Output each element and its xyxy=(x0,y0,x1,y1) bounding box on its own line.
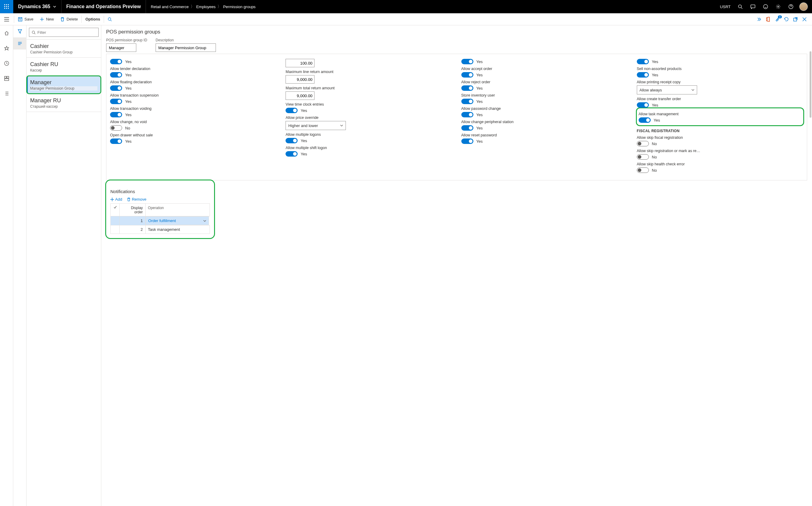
new-button[interactable]: New xyxy=(36,13,57,25)
toggle[interactable] xyxy=(286,108,298,113)
cell-operation: Order fulfillment xyxy=(145,216,209,225)
list-filter xyxy=(29,28,99,37)
action-toolbar: Save New Delete Options 0 xyxy=(0,13,812,25)
plus-icon xyxy=(39,17,44,22)
toggle[interactable] xyxy=(110,99,122,104)
add-button[interactable]: Add xyxy=(110,197,122,201)
filter-tab[interactable] xyxy=(13,25,26,37)
toggle[interactable] xyxy=(110,139,122,144)
remove-button[interactable]: Remove xyxy=(127,197,146,201)
toggle[interactable] xyxy=(637,72,649,78)
help-button[interactable] xyxy=(785,0,797,13)
search-button[interactable] xyxy=(734,0,746,13)
scrollbar[interactable] xyxy=(810,51,811,118)
permission-field: Allow floating declaration Yes xyxy=(110,80,277,91)
app-name[interactable]: Dynamics 365 xyxy=(13,0,62,13)
list-tab[interactable] xyxy=(13,37,26,50)
toggle[interactable] xyxy=(461,85,474,91)
crumb[interactable]: Employees xyxy=(196,5,216,9)
toggle[interactable] xyxy=(639,117,651,123)
favorites-nav[interactable] xyxy=(0,43,13,54)
home-nav[interactable] xyxy=(0,28,13,38)
clock-icon xyxy=(4,61,9,66)
user-avatar[interactable] xyxy=(798,0,810,13)
field-label: Description xyxy=(156,38,216,42)
list-item[interactable]: Cashier RU Кассир xyxy=(26,58,101,76)
toggle[interactable] xyxy=(637,141,649,146)
svg-point-9 xyxy=(738,5,741,8)
save-button[interactable]: Save xyxy=(15,13,36,25)
field-label: Allow accept order xyxy=(461,67,628,71)
toggle-value: Yes xyxy=(125,73,131,77)
toggle[interactable] xyxy=(286,151,298,157)
list-item-selected[interactable]: Manager Manager Permission Group xyxy=(26,76,101,94)
nav-toggle[interactable] xyxy=(0,13,13,25)
toggle[interactable] xyxy=(637,167,649,173)
select-input[interactable]: Allow always xyxy=(637,85,697,94)
toggle[interactable] xyxy=(110,112,122,117)
feedback-button[interactable] xyxy=(759,0,772,13)
col-select[interactable] xyxy=(111,204,120,216)
workspaces-nav[interactable] xyxy=(0,73,13,84)
number-input[interactable] xyxy=(286,59,314,67)
list-item[interactable]: Manager RU Старший кассир xyxy=(26,94,101,112)
modules-nav[interactable] xyxy=(0,88,13,99)
org-label[interactable]: USRT xyxy=(717,5,734,9)
svg-rect-3 xyxy=(4,6,5,7)
messages-button[interactable] xyxy=(747,0,759,13)
toggle[interactable] xyxy=(286,138,298,143)
popout-button[interactable] xyxy=(793,17,798,22)
toggle[interactable] xyxy=(461,72,474,78)
toggle[interactable] xyxy=(110,125,122,131)
crumb[interactable]: Retail and Commerce xyxy=(151,5,189,9)
toggle[interactable] xyxy=(637,102,649,108)
toggle[interactable] xyxy=(461,99,474,104)
field-label: Allow change peripheral station xyxy=(461,120,628,124)
crumb[interactable]: Permission groups xyxy=(223,5,256,9)
toolbar-search[interactable] xyxy=(105,13,115,25)
options-button[interactable]: Options xyxy=(82,13,103,25)
toggle[interactable] xyxy=(637,154,649,160)
refresh-button[interactable] xyxy=(784,17,789,22)
table-row[interactable]: 2 Task management xyxy=(111,226,210,234)
toggle[interactable] xyxy=(110,72,122,78)
group-id-input[interactable] xyxy=(106,44,136,52)
toggle-value: Yes xyxy=(125,112,131,117)
svg-rect-18 xyxy=(5,76,6,78)
toggle[interactable] xyxy=(637,59,649,64)
toggle[interactable] xyxy=(461,125,474,131)
svg-rect-19 xyxy=(7,76,9,78)
select-input[interactable]: Higher and lower xyxy=(286,121,346,130)
filter-input[interactable] xyxy=(37,30,96,35)
list-item-title: Cashier RU xyxy=(30,61,97,68)
settings-button[interactable] xyxy=(772,0,784,13)
field-label: Allow floating declaration xyxy=(110,80,277,84)
delete-button[interactable]: Delete xyxy=(57,13,81,25)
table-row[interactable]: 1 Order fulfillment xyxy=(111,216,210,226)
toggle[interactable] xyxy=(461,112,474,117)
connector-icon[interactable] xyxy=(756,17,762,22)
toggle-value: No xyxy=(652,168,657,173)
description-input[interactable] xyxy=(156,44,216,52)
toggle[interactable] xyxy=(110,59,122,64)
permission-field: Allow reset password Yes xyxy=(461,133,628,144)
number-input[interactable] xyxy=(286,75,314,84)
app-launcher[interactable] xyxy=(0,0,13,13)
list-item[interactable]: Cashier Cashier Permission Group xyxy=(26,39,101,58)
toggle[interactable] xyxy=(110,85,122,91)
col-header[interactable]: Display order xyxy=(120,204,145,216)
toggle[interactable] xyxy=(461,59,474,64)
toggle[interactable] xyxy=(461,139,474,144)
office-icon[interactable] xyxy=(766,17,771,22)
close-icon xyxy=(802,17,807,21)
col-header[interactable]: Operation xyxy=(145,204,210,216)
number-input[interactable] xyxy=(286,91,314,100)
attachments-button[interactable]: 0 xyxy=(775,17,780,22)
permissions-card: Yes Allow tender declaration Yes Allow f… xyxy=(106,54,807,180)
recent-nav[interactable] xyxy=(0,58,13,69)
chevron-right-icon: 〉 xyxy=(217,4,221,9)
close-button[interactable] xyxy=(802,17,807,22)
lines-icon xyxy=(18,41,22,46)
page-title: POS permission groups xyxy=(106,29,807,35)
chevron-down-icon[interactable] xyxy=(203,219,206,222)
